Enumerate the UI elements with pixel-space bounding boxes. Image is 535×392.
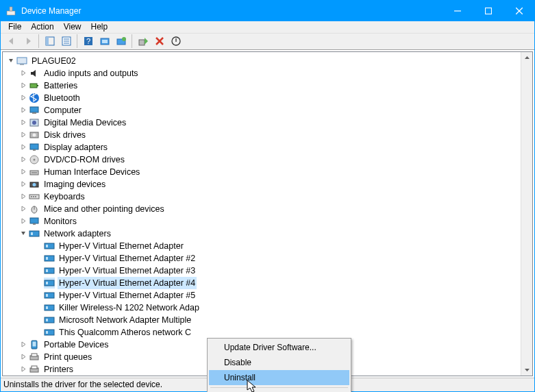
expand-icon[interactable] — [18, 218, 29, 224]
hid-icon — [29, 167, 40, 177]
statusbar-text: Uninstalls the driver for the selected d… — [3, 380, 162, 389]
tree-category-network[interactable]: Network adapters — [3, 228, 532, 240]
expand-icon[interactable] — [18, 354, 29, 360]
tree-category-label: Imaging devices — [42, 178, 107, 191]
expand-icon[interactable] — [18, 193, 29, 199]
tree-category-hid[interactable]: Human Interface Devices — [3, 166, 532, 178]
back-button[interactable] — [3, 34, 19, 49]
minimize-button[interactable] — [442, 1, 473, 21]
ctx-uninstall[interactable]: Uninstall — [209, 370, 349, 385]
collapse-icon[interactable] — [18, 230, 29, 236]
scroll-down-button[interactable] — [521, 364, 533, 376]
menu-file[interactable]: File — [3, 21, 26, 32]
expand-icon[interactable] — [18, 206, 29, 212]
svg-rect-47 — [30, 218, 38, 223]
ctx-update-driver[interactable]: Update Driver Software... — [209, 340, 349, 355]
network-adapter-icon — [44, 302, 55, 313]
svg-rect-22 — [17, 58, 27, 64]
tree-device-label: Killer Wireless-N 1202 Network Adap — [58, 302, 201, 314]
tree-category-batteries[interactable]: Batteries — [3, 79, 532, 92]
expand-icon[interactable] — [18, 119, 29, 125]
expand-icon[interactable] — [18, 132, 29, 138]
expand-icon[interactable] — [18, 70, 29, 76]
disable-button[interactable] — [168, 34, 184, 49]
tree-category-dmd[interactable]: Digital Media Devices — [3, 117, 532, 129]
network-adapter-icon — [29, 228, 40, 239]
tree-root[interactable]: PLAGUE02 — [3, 55, 532, 67]
tree-category-audio[interactable]: Audio inputs and outputs — [3, 67, 532, 79]
update-driver-button[interactable] — [113, 34, 129, 49]
expand-icon[interactable] — [18, 82, 29, 88]
menu-help[interactable]: Help — [86, 21, 113, 32]
collapse-icon[interactable] — [5, 58, 16, 64]
svg-rect-15 — [102, 40, 108, 43]
menu-view[interactable]: View — [59, 21, 86, 32]
tree-device-label: Hyper-V Virtual Ethernet Adapter #4 — [58, 277, 197, 289]
tree-device[interactable]: Hyper-V Virtual Ethernet Adapter #2 — [3, 252, 532, 265]
tree-category-bluetooth[interactable]: Bluetooth — [3, 92, 532, 104]
tree-category-label: Print queues — [42, 351, 93, 363]
tree-device[interactable]: This Qualcomm Atheros network C — [3, 326, 532, 339]
expand-icon[interactable] — [18, 95, 29, 101]
properties-button[interactable] — [58, 34, 74, 49]
app-icon — [5, 5, 16, 16]
expand-icon[interactable] — [18, 169, 29, 175]
maximize-button[interactable] — [473, 1, 503, 21]
monitors-icon — [29, 216, 40, 227]
computer-icon — [16, 56, 27, 66]
scan-button[interactable] — [97, 34, 112, 49]
expand-icon[interactable] — [18, 181, 29, 187]
device-tree[interactable]: PLAGUE02 Audio inputs and outputsBatteri… — [2, 51, 533, 376]
network-adapter-icon — [44, 265, 55, 276]
ctx-scan[interactable]: Scan for hardware changes — [209, 390, 349, 392]
tree-device[interactable]: Hyper-V Virtual Ethernet Adapter #3 — [3, 265, 532, 277]
enable-button[interactable] — [135, 34, 151, 49]
tree-device[interactable]: Hyper-V Virtual Ethernet Adapter — [3, 240, 532, 252]
tree-device[interactable]: Hyper-V Virtual Ethernet Adapter #4 — [3, 277, 532, 289]
ctx-disable[interactable]: Disable — [209, 355, 349, 370]
svg-rect-54 — [46, 257, 48, 260]
forward-button[interactable] — [20, 34, 36, 49]
tree-category-monitors[interactable]: Monitors — [3, 215, 532, 228]
tree-category-label: Monitors — [42, 215, 78, 228]
expand-icon[interactable] — [18, 156, 29, 162]
tree-category-label: Display adapters — [42, 141, 109, 154]
network-adapter-icon — [44, 278, 55, 289]
menu-action[interactable]: Action — [26, 21, 58, 32]
expand-icon[interactable] — [18, 144, 29, 150]
expand-icon[interactable] — [18, 107, 29, 113]
svg-point-32 — [33, 133, 36, 136]
mice-icon — [29, 204, 40, 215]
printq-icon — [29, 352, 40, 363]
expand-icon[interactable] — [18, 341, 29, 347]
show-hide-tree-button[interactable] — [42, 34, 58, 49]
tree-device[interactable]: Killer Wireless-N 1202 Network Adap — [3, 302, 532, 314]
tree-device-label: Hyper-V Virtual Ethernet Adapter #3 — [58, 265, 197, 277]
scroll-up-button[interactable] — [521, 52, 533, 64]
close-button[interactable] — [503, 1, 534, 21]
svg-rect-72 — [32, 366, 37, 369]
tree-category-keyboards[interactable]: Keyboards — [3, 191, 532, 203]
svg-point-17 — [122, 37, 126, 41]
tree-category-label: Audio inputs and outputs — [42, 67, 140, 79]
svg-rect-25 — [37, 85, 38, 86]
svg-point-40 — [33, 183, 36, 186]
tree-device[interactable]: Hyper-V Virtual Ethernet Adapter #5 — [3, 289, 532, 302]
uninstall-button[interactable] — [151, 34, 167, 49]
tree-category-disk[interactable]: Disk drives — [3, 129, 532, 141]
dmd-icon — [29, 117, 40, 128]
tree-category-mice[interactable]: Mice and other pointing devices — [3, 203, 532, 215]
svg-rect-7 — [46, 37, 49, 45]
tree-device[interactable]: Microsoft Network Adapter Multiple — [3, 314, 532, 326]
tree-category-dvd[interactable]: DVD/CD-ROM drives — [3, 154, 532, 166]
dvd-icon — [29, 154, 40, 165]
batteries-icon — [29, 80, 40, 91]
tree-category-computer[interactable]: Computer — [3, 104, 532, 117]
tree-category-display[interactable]: Display adapters — [3, 141, 532, 154]
expand-icon[interactable] — [18, 366, 29, 372]
svg-rect-28 — [32, 112, 36, 114]
help-button[interactable]: ? — [80, 34, 96, 49]
svg-rect-58 — [46, 282, 48, 284]
tree-category-imaging[interactable]: Imaging devices — [3, 178, 532, 191]
vertical-scrollbar[interactable] — [521, 52, 532, 376]
